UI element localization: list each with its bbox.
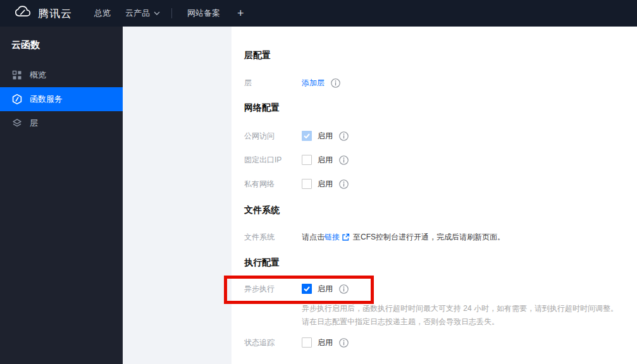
config-row-status-trace: 状态追踪 启用 bbox=[244, 336, 637, 349]
info-icon[interactable] bbox=[331, 78, 340, 88]
private-network-checkbox[interactable] bbox=[302, 179, 312, 189]
info-icon[interactable] bbox=[339, 131, 349, 141]
file-system-text-after: 至CFS控制台进行开通，完成后请刷新页面。 bbox=[353, 232, 505, 243]
function-config-panel: 层配置 层 添加层 网络配置 公网访问 启用 bbox=[232, 27, 637, 364]
brand-name: 腾讯云 bbox=[38, 6, 72, 21]
function-hexagon-icon bbox=[11, 94, 23, 105]
async-execution-help-text: 异步执行启用后，函数执行超时时间最大可支持 24 小时，如有需要，请到执行超时时… bbox=[302, 302, 637, 329]
add-tab-button[interactable]: + bbox=[237, 8, 244, 19]
sidebar-item-label: 概览 bbox=[30, 70, 46, 81]
nav-cloud-products[interactable]: 云产品 bbox=[125, 8, 160, 19]
row-label: 层 bbox=[244, 78, 302, 88]
sidebar-item-label: 层 bbox=[30, 118, 38, 129]
public-access-checkbox[interactable] bbox=[302, 131, 312, 141]
chevron-down-icon bbox=[154, 11, 160, 15]
nav-website-record[interactable]: 网站备案 bbox=[187, 8, 220, 19]
cloud-logo-icon bbox=[13, 4, 32, 22]
sidebar: 云函数 概览 bbox=[0, 27, 123, 364]
nav-overview[interactable]: 总览 bbox=[94, 8, 111, 19]
config-row-public-access: 公网访问 启用 bbox=[244, 130, 637, 142]
config-row-file-system: 文件系统 请点击链接 至CFS控制台进行开通，完成后请刷新页面。 bbox=[244, 231, 637, 243]
section-heading-file-system: 文件系统 bbox=[244, 204, 637, 215]
sidebar-title: 云函数 bbox=[0, 27, 123, 51]
add-layer-link[interactable]: 添加层 bbox=[302, 78, 325, 88]
config-row-private-network: 私有网络 启用 bbox=[244, 178, 637, 190]
top-navbar: 腾讯云 总览 云产品 网站备案 + bbox=[0, 0, 637, 27]
file-system-text-before: 请点击 bbox=[302, 232, 325, 243]
row-label: 公网访问 bbox=[244, 131, 302, 142]
status-trace-checkbox[interactable] bbox=[302, 337, 312, 348]
info-icon[interactable] bbox=[339, 155, 349, 165]
sidebar-item-layers[interactable]: 层 bbox=[0, 111, 123, 135]
row-label: 状态追踪 bbox=[244, 337, 302, 348]
sidebar-menu: 概览 函数服务 层 bbox=[0, 63, 123, 135]
layers-icon bbox=[11, 118, 23, 129]
sidebar-item-overview[interactable]: 概览 bbox=[0, 63, 123, 87]
sidebar-item-function-service[interactable]: 函数服务 bbox=[0, 87, 123, 111]
sidebar-item-label: 函数服务 bbox=[30, 94, 63, 105]
secondary-panel bbox=[123, 27, 232, 364]
tencent-cloud-console: 腾讯云 总览 云产品 网站备案 + 云函数 bbox=[0, 0, 637, 364]
fixed-egress-ip-checkbox[interactable] bbox=[302, 155, 312, 165]
row-label: 异步执行 bbox=[244, 284, 302, 294]
info-icon[interactable] bbox=[339, 179, 349, 189]
config-row-async-execution: 异步执行 启用 bbox=[244, 282, 637, 295]
section-heading-layer-config: 层配置 bbox=[244, 49, 637, 61]
enable-label: 启用 bbox=[318, 155, 333, 166]
enable-label: 启用 bbox=[318, 179, 333, 190]
info-icon[interactable] bbox=[339, 338, 349, 348]
section-heading-execution-config: 执行配置 bbox=[244, 257, 637, 268]
tencent-cloud-logo[interactable]: 腾讯云 bbox=[13, 4, 72, 22]
external-link-icon[interactable] bbox=[342, 233, 350, 241]
row-label: 文件系统 bbox=[244, 232, 302, 243]
section-heading-network-config: 网络配置 bbox=[244, 102, 637, 113]
enable-label: 启用 bbox=[318, 284, 333, 294]
async-execution-checkbox[interactable] bbox=[302, 284, 312, 294]
enable-label: 启用 bbox=[318, 337, 333, 348]
nav-divider bbox=[171, 8, 172, 18]
cfs-link[interactable]: 链接 bbox=[325, 232, 340, 243]
enable-label: 启用 bbox=[318, 131, 333, 142]
config-row-fixed-egress-ip: 固定出口IP 启用 bbox=[244, 154, 637, 166]
grid-icon bbox=[11, 70, 23, 81]
config-row-layer: 层 添加层 bbox=[244, 76, 637, 89]
row-label: 固定出口IP bbox=[244, 155, 302, 166]
row-label: 私有网络 bbox=[244, 179, 302, 190]
info-icon[interactable] bbox=[339, 284, 349, 294]
